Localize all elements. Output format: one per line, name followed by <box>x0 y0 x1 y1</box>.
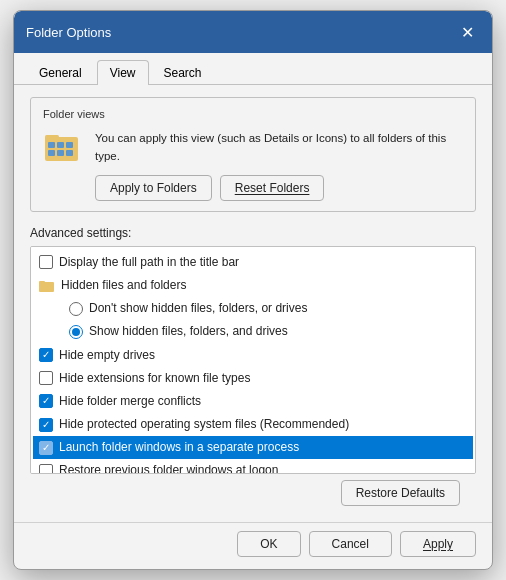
cancel-button[interactable]: Cancel <box>309 531 392 557</box>
setting-label: Launch folder windows in a separate proc… <box>59 438 299 457</box>
setting-label: Hidden files and folders <box>61 276 186 295</box>
checkbox-hide-extensions[interactable] <box>39 371 53 385</box>
list-item[interactable]: Hide empty drives <box>33 344 473 367</box>
svg-rect-6 <box>57 150 64 156</box>
folder-icon <box>43 128 83 164</box>
svg-rect-2 <box>48 142 55 148</box>
checkbox-restore-folder-windows[interactable] <box>39 464 53 474</box>
list-item[interactable]: Don't show hidden files, folders, or dri… <box>33 297 473 320</box>
advanced-settings-label: Advanced settings: <box>30 226 476 240</box>
setting-label: Display the full path in the title bar <box>59 253 239 272</box>
settings-list[interactable]: Display the full path in the title bar H… <box>30 246 476 474</box>
folder-views-text-area: You can apply this view (such as Details… <box>95 128 463 201</box>
title-bar: Folder Options ✕ <box>14 11 492 53</box>
tab-search[interactable]: Search <box>151 60 215 85</box>
folder-svg-icon <box>44 129 82 163</box>
ok-button[interactable]: OK <box>237 531 300 557</box>
checkbox-hide-empty-drives[interactable] <box>39 348 53 362</box>
setting-label: Hide folder merge conflicts <box>59 392 201 411</box>
restore-defaults-button[interactable]: Restore Defaults <box>341 480 460 506</box>
setting-label: Restore previous folder windows at logon <box>59 461 278 473</box>
list-item[interactable]: Restore previous folder windows at logon <box>33 459 473 473</box>
checkbox-hide-protected-os[interactable] <box>39 418 53 432</box>
list-item[interactable]: Launch folder windows in a separate proc… <box>33 436 473 459</box>
list-item[interactable]: Hide folder merge conflicts <box>33 390 473 413</box>
list-item[interactable]: Hide extensions for known file types <box>33 367 473 390</box>
checkbox-launch-folder-windows[interactable] <box>39 441 53 455</box>
checkbox-display-full-path[interactable] <box>39 255 53 269</box>
folder-options-dialog: Folder Options ✕ General View Search Fol… <box>13 10 493 570</box>
close-button[interactable]: ✕ <box>454 19 480 45</box>
folder-views-title: Folder views <box>43 108 463 120</box>
footer-buttons: OK Cancel Apply <box>14 522 492 569</box>
hidden-folder-icon <box>39 279 55 293</box>
svg-rect-0 <box>45 137 78 161</box>
svg-rect-5 <box>48 150 55 156</box>
setting-label: Show hidden files, folders, and drives <box>89 322 288 341</box>
tab-content: Folder views <box>14 85 492 522</box>
folder-views-section: Folder views <box>30 97 476 212</box>
list-item[interactable]: Hide protected operating system files (R… <box>33 413 473 436</box>
folder-views-buttons: Apply to Folders Reset Folders <box>95 175 463 201</box>
svg-rect-3 <box>57 142 64 148</box>
setting-label: Hide extensions for known file types <box>59 369 250 388</box>
radio-dont-show-hidden[interactable] <box>69 302 83 316</box>
apply-to-folders-button[interactable]: Apply to Folders <box>95 175 212 201</box>
list-item[interactable]: Show hidden files, folders, and drives <box>33 320 473 343</box>
reset-folders-button[interactable]: Reset Folders <box>220 175 325 201</box>
svg-rect-9 <box>39 281 45 284</box>
svg-rect-7 <box>66 150 73 156</box>
list-item: Hidden files and folders <box>33 274 473 297</box>
bottom-area: Restore Defaults <box>30 474 476 510</box>
apply-button[interactable]: Apply <box>400 531 476 557</box>
folder-views-description: You can apply this view (such as Details… <box>95 130 463 165</box>
folder-views-inner: You can apply this view (such as Details… <box>43 128 463 201</box>
svg-rect-4 <box>66 142 73 148</box>
setting-label: Hide protected operating system files (R… <box>59 415 349 434</box>
tab-general[interactable]: General <box>26 60 95 85</box>
dialog-title: Folder Options <box>26 25 111 40</box>
tabs-container: General View Search <box>14 53 492 85</box>
setting-label: Hide empty drives <box>59 346 155 365</box>
setting-label: Don't show hidden files, folders, or dri… <box>89 299 307 318</box>
checkbox-hide-folder-merge[interactable] <box>39 394 53 408</box>
svg-rect-1 <box>45 135 59 140</box>
tab-view[interactable]: View <box>97 60 149 85</box>
list-item[interactable]: Display the full path in the title bar <box>33 251 473 274</box>
radio-show-hidden[interactable] <box>69 325 83 339</box>
